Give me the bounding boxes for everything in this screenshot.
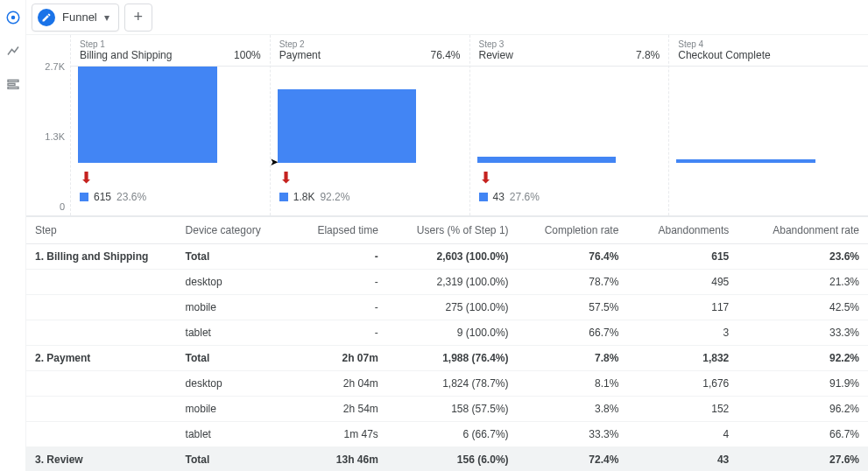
cell-completion: 3.8% <box>518 397 628 422</box>
y-axis: 2.7K 1.3K 0 <box>26 67 70 207</box>
arrow-down-icon: ⬇ <box>279 168 293 187</box>
cell-abandon-rate: 92.2% <box>737 346 868 371</box>
table-row[interactable]: 3. Review Total 13h 46m 156 (6.0%) 72.4%… <box>26 447 868 472</box>
cell-abandonments: 117 <box>627 295 737 320</box>
cell-step: 1. Billing and Shipping <box>26 244 177 270</box>
cell-abandonments: 1,832 <box>627 346 737 371</box>
table-row[interactable]: tablet - 9 (100.0%) 66.7% 3 33.3% <box>26 320 868 346</box>
step-pct: 76.4% <box>430 49 460 61</box>
cell-users: 2,603 (100.0%) <box>387 244 518 270</box>
funnel-bar <box>477 157 617 163</box>
cell-completion: 76.4% <box>518 244 628 270</box>
arrow-down-icon: ⬇ <box>479 168 492 187</box>
col-step[interactable]: Step <box>26 217 177 244</box>
series-square-icon <box>479 193 488 201</box>
funnel-step[interactable]: Step 4 Checkout Complete <box>668 35 868 215</box>
cell-completion: 33.3% <box>518 422 628 447</box>
cell-completion: 72.4% <box>518 447 628 472</box>
cell-abandon-rate: 23.6% <box>737 244 868 270</box>
table-row[interactable]: desktop 2h 04m 1,824 (78.7%) 8.1% 1,676 … <box>26 371 868 397</box>
step-index: Step 2 <box>279 39 461 49</box>
col-elapsed[interactable]: Elapsed time <box>286 217 386 244</box>
cell-users: 1,988 (76.4%) <box>387 346 518 371</box>
pencil-icon <box>38 9 55 26</box>
tab-funnel[interactable]: Funnel ▾ <box>32 4 119 32</box>
step-header: Step 3 Review 7.8% <box>470 35 669 67</box>
cell-elapsed: 1m 47s <box>286 422 386 447</box>
funnel-step[interactable]: Step 3 Review 7.8% ⬇ 43 27.6% <box>469 35 669 215</box>
col-device[interactable]: Device category <box>177 217 287 244</box>
cell-abandon-rate: 42.5% <box>737 295 868 320</box>
drop-pct: 27.6% <box>510 191 540 203</box>
cell-users: 6 (66.7%) <box>387 422 518 447</box>
cell-elapsed: - <box>286 320 386 346</box>
dropoff-section: ⬇ 615 23.6% <box>71 163 270 215</box>
series-square-icon <box>80 193 88 201</box>
drop-count: 1.8K <box>293 191 315 203</box>
col-completion[interactable]: Completion rate <box>518 217 628 244</box>
bar-area <box>71 67 270 163</box>
cell-users: 275 (100.0%) <box>387 295 518 320</box>
funnel-step[interactable]: Step 2 Payment 76.4% ⬇ 1.8K 92.2% <box>270 35 469 215</box>
drop-pct: 92.2% <box>320 191 349 203</box>
drop-count: 615 <box>94 191 111 203</box>
funnel-bar <box>78 67 217 163</box>
cell-users: 158 (57.5%) <box>387 397 518 422</box>
cell-step <box>26 320 177 346</box>
add-tab-button[interactable]: + <box>124 4 152 32</box>
cell-abandon-rate: 96.2% <box>737 397 868 422</box>
tab-label: Funnel <box>62 11 97 24</box>
table-row[interactable]: 1. Billing and Shipping Total - 2,603 (1… <box>26 244 868 270</box>
step-header: Step 2 Payment 76.4% <box>271 35 469 67</box>
cell-step <box>26 270 177 295</box>
arrow-down-icon: ⬇ <box>80 168 93 187</box>
step-index: Step 3 <box>479 39 660 49</box>
funnel-table: Step Device category Elapsed time Users … <box>26 217 868 471</box>
cell-abandonments: 43 <box>627 447 737 472</box>
table-row[interactable]: 2. Payment Total 2h 07m 1,988 (76.4%) 7.… <box>26 346 868 371</box>
cell-device: desktop <box>177 371 287 397</box>
nav-explore-icon[interactable] <box>4 9 22 26</box>
cell-completion: 57.5% <box>518 295 628 320</box>
cell-elapsed: - <box>286 270 386 295</box>
step-pct: 100% <box>234 49 261 61</box>
cell-abandon-rate: 21.3% <box>737 270 868 295</box>
cell-step: 3. Review <box>26 447 177 472</box>
table-row[interactable]: desktop - 2,319 (100.0%) 78.7% 495 21.3% <box>26 270 868 295</box>
table-row[interactable]: tablet 1m 47s 6 (66.7%) 33.3% 4 66.7% <box>26 422 868 447</box>
cell-step <box>26 371 177 397</box>
cell-completion: 8.1% <box>518 371 628 397</box>
col-abandon-rate[interactable]: Abandonment rate <box>737 217 868 244</box>
cell-elapsed: 2h 54m <box>286 397 386 422</box>
step-name: Payment <box>279 49 321 61</box>
cell-device: mobile <box>177 295 287 320</box>
svg-rect-3 <box>8 83 15 85</box>
cell-completion: 78.7% <box>518 270 628 295</box>
cell-users: 2,319 (100.0%) <box>387 270 518 295</box>
cell-step <box>26 422 177 447</box>
cell-device: Total <box>177 447 287 472</box>
chevron-down-icon: ▾ <box>104 11 109 24</box>
cell-elapsed: 2h 04m <box>286 371 386 397</box>
cell-abandon-rate: 27.6% <box>737 447 868 472</box>
svg-rect-4 <box>8 87 18 88</box>
cell-abandonments: 615 <box>627 244 737 270</box>
nav-path-icon[interactable] <box>4 42 22 60</box>
cell-abandonments: 152 <box>627 397 737 422</box>
cell-step <box>26 295 177 320</box>
cell-abandonments: 495 <box>627 270 737 295</box>
table-row[interactable]: mobile 2h 54m 158 (57.5%) 3.8% 152 96.2% <box>26 397 868 422</box>
cell-elapsed: 13h 46m <box>286 447 386 472</box>
svg-point-1 <box>11 16 15 20</box>
nav-text-icon[interactable] <box>4 75 22 93</box>
step-name: Billing and Shipping <box>80 49 172 61</box>
table-row[interactable]: mobile - 275 (100.0%) 57.5% 117 42.5% <box>26 295 868 320</box>
cell-step: 2. Payment <box>26 346 177 371</box>
y-tick: 2.7K <box>45 61 65 72</box>
col-abandonments[interactable]: Abandonments <box>627 217 737 244</box>
step-name: Review <box>479 49 513 61</box>
cell-abandonments: 3 <box>627 320 737 346</box>
step-pct: 7.8% <box>636 49 660 61</box>
funnel-step[interactable]: Step 1 Billing and Shipping 100% ⬇ 615 2… <box>70 35 270 215</box>
col-users[interactable]: Users (% of Step 1) <box>387 217 518 244</box>
